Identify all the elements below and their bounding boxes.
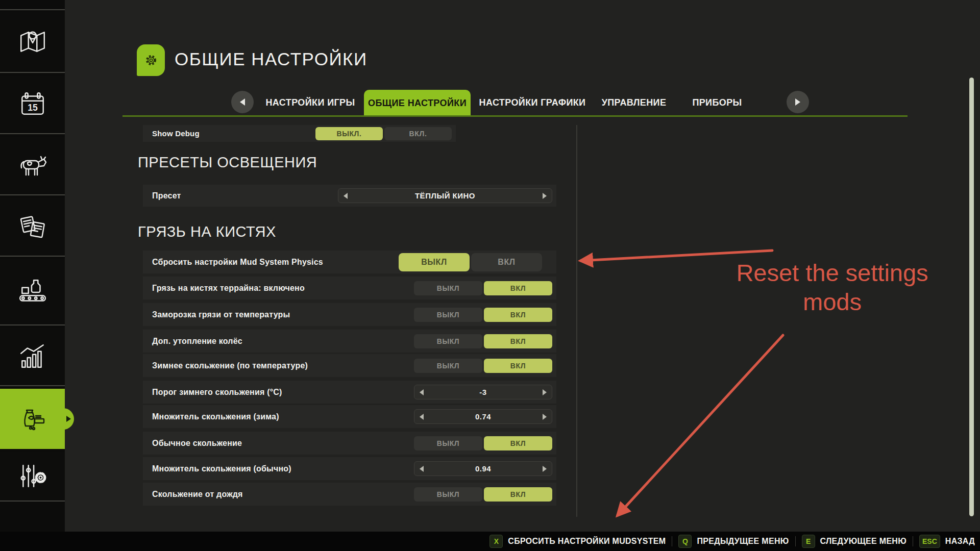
increase-button[interactable]: [543, 414, 547, 420]
toggle-group: ВЫКЛ ВКЛ: [414, 436, 552, 450]
prices-icon: [17, 405, 48, 433]
tabs-next-button[interactable]: [787, 91, 809, 113]
toggle-off-button[interactable]: ВЫКЛ: [414, 436, 482, 450]
increase-button[interactable]: [543, 466, 547, 472]
sidebar-item-contracts[interactable]: [0, 198, 65, 257]
toggle-on-button[interactable]: ВКЛ: [484, 281, 552, 295]
setting-row-show-debug: Show Debug ВЫКЛ. ВКЛ.: [143, 125, 456, 142]
setting-label: Доп. утопление колёс: [152, 337, 414, 346]
value-selector: 0.74: [414, 409, 552, 424]
toggle-off-button[interactable]: ВЫКЛ: [414, 281, 482, 295]
setting-row: Обычное скольжение ВЫКЛ ВКЛ: [143, 432, 556, 455]
toggle-off-button[interactable]: ВЫКЛ.: [315, 127, 383, 140]
section-title-lighting-presets: ПРЕСЕТЫ ОСВЕЩЕНИЯ: [138, 154, 317, 171]
toggle-group: ВЫКЛ ВКЛ: [414, 359, 552, 373]
toggle-on-button[interactable]: ВКЛ: [484, 436, 552, 450]
decrease-button[interactable]: [420, 466, 424, 472]
selected-value: 0.94: [414, 464, 552, 473]
active-tab-bump: [53, 408, 74, 430]
sidebar-item-calendar[interactable]: 15: [0, 76, 65, 134]
tab-general-settings[interactable]: ОБЩИЕ НАСТРОЙКИ: [364, 90, 471, 117]
increase-button[interactable]: [543, 389, 547, 395]
calendar-icon: 15: [18, 91, 47, 118]
key-e-badge: E: [802, 535, 815, 548]
gear-icon: [141, 50, 161, 70]
sidebar-item-map[interactable]: [0, 12, 65, 73]
annotation-text: Reset the settings mods: [721, 258, 943, 316]
content-divider: [576, 125, 577, 517]
page-title: ОБЩИЕ НАСТРОЙКИ: [175, 49, 368, 69]
value-selector: -3: [414, 385, 552, 399]
sidebar-item-statistics[interactable]: [0, 328, 65, 386]
hint-divider: [672, 536, 672, 546]
toggle-off-button[interactable]: ВЫКЛ: [414, 308, 482, 322]
hint-divider: [795, 536, 796, 546]
toggle-on-button[interactable]: ВКЛ: [484, 359, 552, 373]
setting-row: Множитель скольжения (обычно) 0.94: [143, 457, 556, 480]
toggle-off-button[interactable]: ВЫКЛ: [399, 253, 470, 271]
toggle-on-button[interactable]: ВКЛ: [471, 253, 542, 271]
hint-previous-menu[interactable]: Q ПРЕДЫДУЩЕЕ МЕНЮ: [678, 535, 789, 548]
show-debug-toggle: ВЫКЛ. ВКЛ.: [315, 127, 452, 140]
statistics-icon: [18, 343, 47, 370]
right-arrow-icon: [795, 98, 800, 106]
hint-next-menu[interactable]: E СЛЕДУЮЩЕЕ МЕНЮ: [802, 535, 906, 548]
production-icon: [18, 278, 47, 306]
page-icon: [137, 44, 165, 76]
toggle-off-button[interactable]: ВЫКЛ: [414, 359, 482, 373]
sidebar: 15: [0, 0, 65, 551]
setting-row: Заморозка грязи от температуры ВЫКЛ ВКЛ: [143, 303, 556, 326]
sidebar-item-prices[interactable]: [0, 389, 65, 449]
settings-screen: 15: [0, 0, 980, 551]
prev-option-button[interactable]: [344, 193, 348, 199]
setting-row: Скольжение от дождя ВЫКЛ ВКЛ: [143, 483, 556, 506]
toggle-off-button[interactable]: ВЫКЛ: [414, 334, 482, 348]
left-arrow-icon: [240, 98, 245, 106]
tabs-prev-button[interactable]: [231, 91, 254, 113]
decrease-button[interactable]: [420, 389, 424, 395]
sidebar-item-mod-settings[interactable]: [0, 452, 65, 502]
toggle-on-button[interactable]: ВКЛ: [484, 487, 552, 502]
setting-row-preset: Пресет ТЁПЛЫЙ КИНО: [143, 185, 556, 207]
decrease-button[interactable]: [420, 414, 424, 420]
svg-text:15: 15: [28, 103, 38, 113]
tab-graphics-settings[interactable]: НАСТРОЙКИ ГРАФИКИ: [479, 97, 586, 108]
setting-label: Show Debug: [152, 129, 315, 138]
toggle-on-button[interactable]: ВКЛ.: [384, 127, 452, 140]
scrollbar-thumb[interactable]: [969, 78, 974, 516]
setting-row: Сбросить настройки Mud System Physics ВЫ…: [143, 251, 556, 273]
setting-row: Грязь на кистях террайна: включено ВЫКЛ …: [143, 277, 556, 299]
selected-value: -3: [414, 388, 552, 396]
hint-reset-mudsystem[interactable]: X СБРОСИТЬ НАСТРОЙКИ MUDSYSTEM: [489, 535, 666, 548]
setting-label: Грязь на кистях террайна: включено: [152, 284, 414, 293]
toggle-on-button[interactable]: ВКЛ: [484, 308, 552, 322]
toggle-on-button[interactable]: ВКЛ: [484, 334, 552, 348]
toggle-group: ВЫКЛ ВКЛ: [414, 281, 552, 295]
key-x-badge: X: [489, 535, 503, 548]
setting-label: Сбросить настройки Mud System Physics: [152, 258, 399, 267]
selected-value: ТЁПЛЫЙ КИНО: [338, 191, 552, 200]
value-selector: 0.94: [414, 461, 552, 476]
setting-label: Зимнее скольжение (по температуре): [152, 361, 414, 370]
toggle-group: ВЫКЛ ВКЛ: [399, 253, 542, 271]
setting-row: Зимнее скольжение (по температуре) ВЫКЛ …: [143, 354, 556, 377]
mod-settings-icon: [18, 462, 47, 490]
sidebar-item-production[interactable]: [0, 259, 65, 325]
setting-row: Порог зимнего скольжения (°C) -3: [143, 381, 556, 404]
tab-devices[interactable]: ПРИБОРЫ: [692, 97, 742, 108]
sidebar-item-animals[interactable]: [0, 137, 65, 195]
setting-label: Множитель скольжения (обычно): [152, 464, 414, 473]
tab-underline: [122, 115, 908, 117]
setting-label: Порог зимнего скольжения (°C): [152, 388, 414, 397]
setting-row: Доп. утопление колёс ВЫКЛ ВКЛ: [143, 330, 556, 353]
hint-back[interactable]: ESC НАЗАД: [919, 535, 975, 548]
toggle-off-button[interactable]: ВЫКЛ: [414, 487, 482, 502]
tab-controls[interactable]: УПРАВЛЕНИЕ: [602, 97, 667, 108]
section-title-mud-brushes: ГРЯЗЬ НА КИСТЯХ: [138, 223, 276, 240]
cow-icon: [17, 152, 48, 180]
next-option-button[interactable]: [543, 193, 547, 199]
tab-game-settings[interactable]: НАСТРОЙКИ ИГРЫ: [265, 97, 355, 108]
toggle-group: ВЫКЛ ВКЛ: [414, 334, 552, 348]
setting-label: Пресет: [152, 191, 338, 201]
setting-label: Заморозка грязи от температуры: [152, 310, 414, 319]
